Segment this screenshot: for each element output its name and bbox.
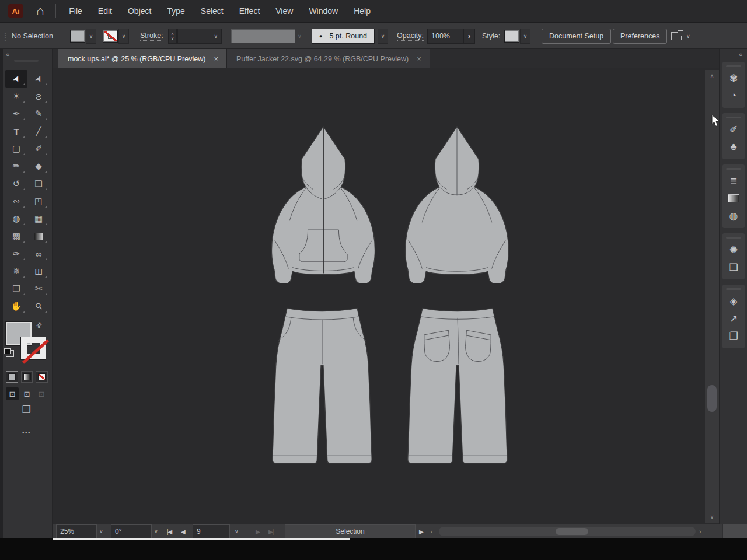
pants-front-artwork[interactable] xyxy=(268,304,376,471)
graphic-styles-panel-icon[interactable]: ❏ xyxy=(724,258,743,276)
canvas[interactable] xyxy=(53,68,719,524)
stroke-width-field[interactable]: ∨ xyxy=(177,29,222,44)
free-transform-tool[interactable]: ◳ xyxy=(27,192,50,210)
style-swatch[interactable] xyxy=(504,30,519,43)
type-tool[interactable]: T xyxy=(5,123,27,140)
selection-tool[interactable]: ➤ xyxy=(5,70,27,88)
stroke-panel-icon[interactable]: ≡ xyxy=(724,172,743,190)
stroke-width-dropdown-icon[interactable]: ∨ xyxy=(214,33,218,39)
style-dropdown[interactable]: ∨ xyxy=(520,29,530,44)
stroke-color-swatch[interactable] xyxy=(103,30,118,43)
fill-color-dropdown[interactable]: ∨ xyxy=(86,29,96,44)
preferences-button[interactable]: Preferences xyxy=(613,29,667,44)
document-setup-button[interactable]: Document Setup xyxy=(542,29,611,44)
toolbar-grip[interactable] xyxy=(14,60,39,62)
scroll-down-icon[interactable]: ∨ xyxy=(705,512,719,522)
arrange-documents-icon[interactable] xyxy=(671,32,682,40)
vertical-scrollbar-thumb[interactable] xyxy=(707,385,717,412)
menu-item-type[interactable]: Type xyxy=(167,6,184,16)
asset-export-panel-icon[interactable]: ↗ xyxy=(724,310,743,327)
hand-tool[interactable]: ✋ xyxy=(5,298,27,315)
brush-definition-button[interactable]: ●5 pt. Round xyxy=(312,29,375,44)
status-display-arrow[interactable]: ▶ xyxy=(419,524,423,538)
blend-tool[interactable]: ∞ xyxy=(27,245,50,262)
lasso-tool[interactable]: Ƨ xyxy=(27,88,50,105)
symbol-sprayer-tool[interactable]: ✵ xyxy=(5,262,27,280)
dock-collapse-icon[interactable]: « xyxy=(739,51,742,58)
color-button[interactable] xyxy=(6,371,18,383)
toolbar-collapse-icon[interactable]: « xyxy=(6,51,9,58)
status-display-field[interactable]: Selection xyxy=(285,524,416,538)
hscroll-left-icon[interactable]: ‹ xyxy=(431,524,432,538)
tab-mock-ups[interactable]: mock ups.ai* @ 25 % (RGB/CPU Preview) × xyxy=(58,49,227,68)
mesh-tool[interactable]: ▩ xyxy=(5,228,27,245)
pants-back-artwork[interactable] xyxy=(404,304,511,471)
hoodie-back-artwork[interactable] xyxy=(398,124,516,284)
tab-puffer-jacket[interactable]: Puffer Jacket 22.svg @ 64,29 % (RGB/CPU … xyxy=(227,49,430,68)
artboard-tool[interactable]: ❐ xyxy=(5,280,27,298)
opacity-field[interactable]: 100% xyxy=(427,29,463,44)
brush-dropdown[interactable]: ∨ xyxy=(378,29,388,44)
width-profile-dropdown-icon[interactable]: ∨ xyxy=(298,23,302,50)
column-graph-tool[interactable]: Ш xyxy=(27,262,50,280)
brushes-panel-icon[interactable]: ✐ xyxy=(724,121,743,138)
hscroll-right-icon[interactable]: › xyxy=(699,524,700,538)
vertical-scrollbar[interactable]: ∧ ∨ xyxy=(705,70,719,523)
menu-item-help[interactable]: Help xyxy=(354,6,371,16)
gradient-tool[interactable] xyxy=(27,228,50,245)
hoodie-front-artwork[interactable] xyxy=(264,124,382,284)
gradient-panel-icon[interactable] xyxy=(724,190,743,207)
artboards-panel-icon[interactable]: ❐ xyxy=(724,327,743,345)
rectangle-tool[interactable]: ▢ xyxy=(5,140,27,158)
stroke-width-stepper[interactable]: ∧∨ xyxy=(168,29,177,44)
draw-behind-mode-icon[interactable]: ⊡ xyxy=(20,387,33,400)
previous-artboard-button[interactable]: ◀ xyxy=(181,524,185,538)
shape-builder-tool[interactable]: ◍ xyxy=(5,210,27,228)
color-guide-panel-icon[interactable]: ◔ xyxy=(724,87,743,104)
eyedropper-tool[interactable]: ✑ xyxy=(5,245,27,262)
opacity-label[interactable]: Opacity: xyxy=(397,32,424,41)
last-artboard-button[interactable]: ▶| xyxy=(268,524,273,538)
stroke-color-indicator[interactable] xyxy=(21,337,46,359)
menu-item-file[interactable]: File xyxy=(69,6,82,16)
menu-item-window[interactable]: Window xyxy=(309,6,338,16)
none-button[interactable] xyxy=(36,371,48,383)
horizontal-scrollbar-thumb[interactable] xyxy=(556,528,588,535)
fill-color-swatch[interactable] xyxy=(70,30,85,43)
opacity-more-button[interactable]: › xyxy=(463,29,475,44)
stroke-label[interactable]: Stroke: xyxy=(140,32,163,41)
line-segment-tool[interactable]: ╱ xyxy=(27,123,50,140)
rotation-field[interactable]: 0° xyxy=(111,524,152,538)
direct-selection-tool[interactable]: ➤ xyxy=(27,70,50,88)
layers-panel-icon[interactable]: ◈ xyxy=(724,292,743,310)
zoom-level-field[interactable]: 25% xyxy=(56,524,97,538)
rotate-tool[interactable]: ↺ xyxy=(5,175,27,192)
first-artboard-button[interactable]: |◀ xyxy=(167,524,172,538)
illustrator-app-icon[interactable]: Ai xyxy=(8,4,23,18)
artboard-dropdown-icon[interactable]: ∨ xyxy=(235,524,239,538)
menu-item-edit[interactable]: Edit xyxy=(98,6,112,16)
shaper-tool[interactable]: ✏ xyxy=(5,158,27,175)
slice-tool[interactable]: ✄ xyxy=(27,280,50,298)
menu-item-object[interactable]: Object xyxy=(128,6,151,16)
default-fill-stroke-icon[interactable] xyxy=(6,350,14,357)
magic-wand-tool[interactable]: ✴ xyxy=(5,88,27,105)
swap-fill-stroke-icon[interactable]: ⇄ xyxy=(34,320,44,330)
screen-mode-button[interactable]: ❐ xyxy=(0,404,53,416)
control-bar-grip[interactable]: ⡇ xyxy=(4,23,9,50)
zoom-tool[interactable]: ⚲ xyxy=(27,298,50,315)
scale-tool[interactable]: ❏ xyxy=(27,175,50,192)
draw-normal-mode-icon[interactable]: ⊡ xyxy=(6,387,19,400)
variable-width-profile-dropdown[interactable] xyxy=(231,29,295,43)
home-icon[interactable]: ⌂ xyxy=(36,5,44,18)
paintbrush-tool[interactable]: ✐ xyxy=(27,140,50,158)
pen-tool[interactable]: ✒ xyxy=(5,105,27,123)
stepper-down-icon[interactable]: ∨ xyxy=(171,36,174,41)
width-tool[interactable]: ∾ xyxy=(5,192,27,210)
menu-item-select[interactable]: Select xyxy=(201,6,224,16)
appearance-panel-icon[interactable]: ✺ xyxy=(724,241,743,258)
color-panel-icon[interactable]: ✾ xyxy=(724,69,743,87)
close-icon[interactable]: × xyxy=(214,54,218,63)
menu-item-view[interactable]: View xyxy=(275,6,293,16)
transparency-panel-icon[interactable]: ◍ xyxy=(724,207,743,225)
